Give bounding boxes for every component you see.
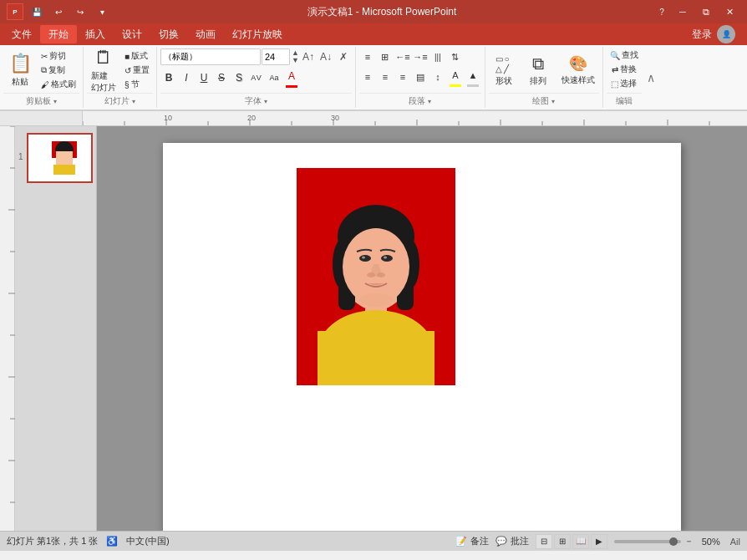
select-button[interactable]: ⬚ 选择 xyxy=(607,77,640,90)
clipboard-group: 📋 粘贴 ✂剪切 ⧉复制 🖌格式刷 剪贴板 xyxy=(0,47,84,108)
slides-expand-icon[interactable]: ▾ xyxy=(132,98,135,105)
comments-label[interactable]: 批注 xyxy=(511,535,529,547)
minimize-button[interactable]: ─ xyxy=(672,3,694,20)
font-format-row1: （标题） 24 ▲ ▼ A↑ A↓ ✗ xyxy=(160,48,352,65)
shrink-font-button[interactable]: A↓ xyxy=(318,48,334,65)
title-bar: P 💾 ↩ ↪ ▾ 演示文稿1 - Microsoft PowerPoint ?… xyxy=(0,0,747,23)
title-left: P 💾 ↩ ↪ ▾ xyxy=(7,3,110,20)
font-size-input[interactable]: 24 xyxy=(262,48,290,65)
svg-point-43 xyxy=(384,257,387,259)
align-center-button[interactable]: ≡ xyxy=(377,69,394,85)
font-case-button[interactable]: Aa xyxy=(266,69,282,86)
slide-1-thumbnail[interactable] xyxy=(27,133,93,183)
reading-view-button[interactable]: 📖 xyxy=(572,534,589,549)
menu-insert[interactable]: 插入 xyxy=(77,25,114,43)
italic-button[interactable]: I xyxy=(178,69,195,86)
zoom-minus-button[interactable]: － xyxy=(684,535,694,547)
shadow-button[interactable]: S xyxy=(231,69,247,86)
clipboard-group-body: 📋 粘贴 ✂剪切 ⧉复制 🖌格式刷 xyxy=(3,48,79,92)
ribbon: 📋 粘贴 ✂剪切 ⧉复制 🖌格式刷 剪贴板 xyxy=(0,45,747,111)
align-left-button[interactable]: ≡ xyxy=(359,69,376,85)
language-item[interactable]: 中文(中国) xyxy=(126,535,169,547)
menu-home[interactable]: 开始 xyxy=(40,25,77,43)
clear-format-button[interactable]: ✗ xyxy=(335,48,352,65)
arrange-button[interactable]: ⧉ 排列 xyxy=(521,48,555,92)
undo-button[interactable]: ↩ xyxy=(50,3,67,20)
reset-button[interactable]: ↺重置 xyxy=(121,64,153,77)
bullet-list-button[interactable]: ≡ xyxy=(359,48,376,65)
thumb-photo xyxy=(52,141,77,175)
vertical-ruler xyxy=(0,126,15,531)
find-button[interactable]: 🔍 查找 xyxy=(607,48,642,62)
shape-button[interactable]: ▭ ○ △ ╱ 形状 xyxy=(489,48,519,92)
paragraph-expand-icon[interactable]: ▾ xyxy=(428,98,431,105)
menu-transition[interactable]: 切换 xyxy=(150,25,187,43)
cut-button[interactable]: ✂剪切 xyxy=(38,49,79,63)
layout-button[interactable]: ■版式 xyxy=(121,49,153,63)
search-icon: 🔍 xyxy=(610,51,620,60)
section-button[interactable]: §节 xyxy=(121,78,153,91)
increase-indent-button[interactable]: →≡ xyxy=(412,48,429,65)
numbered-list-button[interactable]: ⊞ xyxy=(377,48,394,65)
new-slide-button[interactable]: 🗒 新建幻灯片 xyxy=(87,48,120,92)
clipboard-expand-icon[interactable]: ▾ xyxy=(53,98,57,105)
ribbon-expand-handle[interactable]: ∧ xyxy=(645,47,657,108)
menu-animation[interactable]: 动画 xyxy=(187,25,224,43)
canvas-area[interactable] xyxy=(97,126,747,531)
restore-button[interactable]: ⧉ xyxy=(695,3,717,20)
save-button[interactable]: 💾 xyxy=(28,3,45,20)
drawing-expand-icon[interactable]: ▾ xyxy=(551,98,555,105)
grow-font-button[interactable]: A↑ xyxy=(300,48,317,65)
paragraph-group-body: ≡ ⊞ ←≡ →≡ ||| ⇅ ≡ ≡ ≡ ▤ ↕ A xyxy=(359,48,481,92)
replace-button[interactable]: ⇄ 替换 xyxy=(608,63,640,76)
justify-button[interactable]: ▤ xyxy=(412,69,429,85)
quick-style-button[interactable]: 🎨 快速样式 xyxy=(557,48,599,92)
bottom-text: Ail xyxy=(730,537,740,547)
bold-button[interactable]: B xyxy=(160,69,177,86)
paragraph-row2: ≡ ≡ ≡ ▤ ↕ A ▲ xyxy=(359,67,481,87)
editing-group-body: 🔍 查找 ⇄ 替换 ⬚ 选择 xyxy=(607,48,642,92)
char-spacing-button[interactable]: AV xyxy=(248,69,265,86)
photo-image[interactable] xyxy=(297,168,455,385)
slide-sorter-button[interactable]: ⊞ xyxy=(554,534,571,549)
normal-view-button[interactable]: ⊟ xyxy=(536,534,552,549)
menu-design[interactable]: 设计 xyxy=(114,25,150,43)
copy-button[interactable]: ⧉复制 xyxy=(38,64,79,77)
paste-button[interactable]: 📋 粘贴 xyxy=(3,48,37,92)
strikethrough-button[interactable]: S xyxy=(213,69,230,86)
svg-text:10: 10 xyxy=(164,114,172,122)
text-bg-button[interactable]: ▲ xyxy=(465,67,481,84)
ribbon-content: 📋 粘贴 ✂剪切 ⧉复制 🖌格式刷 剪贴板 xyxy=(0,45,747,109)
font-name-input[interactable]: （标题） xyxy=(160,48,261,65)
align-right-button[interactable]: ≡ xyxy=(394,69,411,85)
paragraph-group-label: 段落 ▾ xyxy=(359,93,481,108)
language-text: 中文(中国) xyxy=(126,535,169,547)
font-color-button[interactable]: A xyxy=(283,68,300,84)
redo-button[interactable]: ↪ xyxy=(72,3,89,20)
menu-file[interactable]: 文件 xyxy=(3,25,40,43)
close-button[interactable]: ✕ xyxy=(719,3,740,20)
menu-slideshow[interactable]: 幻灯片放映 xyxy=(224,25,291,43)
slides-group-label: 幻灯片 ▾ xyxy=(87,93,153,108)
text-direction-button[interactable]: ⇅ xyxy=(447,48,464,65)
font-expand-icon[interactable]: ▾ xyxy=(264,98,267,105)
slideshow-button[interactable]: ▶ xyxy=(591,534,607,549)
cols-button[interactable]: ||| xyxy=(429,48,446,65)
font-group-body: （标题） 24 ▲ ▼ A↑ A↓ ✗ B I xyxy=(160,48,352,92)
underline-button[interactable]: U xyxy=(196,69,212,86)
line-spacing-button[interactable]: ↕ xyxy=(429,69,446,85)
font-size-arrows: ▲ ▼ xyxy=(292,49,299,64)
decrease-font-button[interactable]: ▼ xyxy=(292,57,299,64)
zoom-thumb[interactable] xyxy=(669,537,678,546)
text-highlight-button[interactable]: A xyxy=(447,67,464,84)
help-button[interactable]: ? xyxy=(653,3,670,20)
app-logo: P xyxy=(7,3,23,20)
customize-button[interactable]: ▾ xyxy=(94,3,110,20)
format-painter-button[interactable]: 🖌格式刷 xyxy=(38,78,79,91)
notes-label[interactable]: 备注 xyxy=(470,535,489,547)
login-area[interactable]: 登录 👤 xyxy=(683,23,744,45)
quick-style-icon: 🎨 xyxy=(569,54,587,73)
zoom-slider[interactable] xyxy=(614,540,681,543)
title-right: ? ─ ⧉ ✕ xyxy=(653,3,740,20)
decrease-indent-button[interactable]: ←≡ xyxy=(394,48,411,65)
